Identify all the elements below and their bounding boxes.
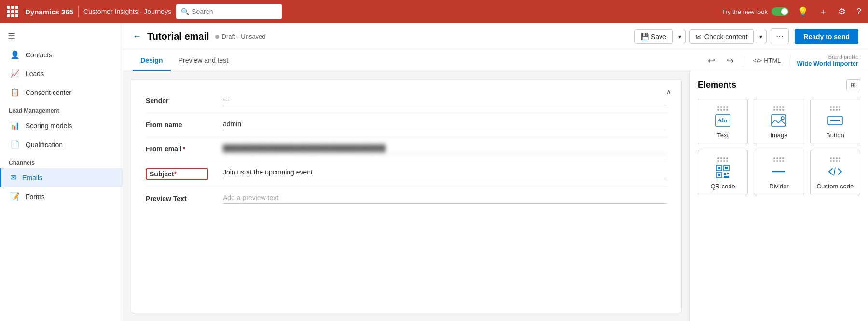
button-element-icon (815, 113, 855, 128)
undo-button[interactable]: ↩ (705, 54, 718, 68)
code-element-label: Custom code (817, 183, 854, 190)
settings-icon[interactable]: ⚙ (836, 4, 848, 19)
status-badge: Draft - Unsaved (215, 33, 266, 40)
element-card-qrcode[interactable]: QR code (698, 150, 748, 195)
form-row-sender: Sender --- ∧ (146, 89, 667, 113)
sidebar-item-emails[interactable]: ✉ Emails (0, 168, 123, 187)
search-wrapper: 🔍 (176, 4, 417, 19)
divider-element-icon (759, 164, 799, 179)
element-card-text[interactable]: Abc Text (698, 99, 748, 144)
sender-value[interactable]: --- (223, 96, 667, 106)
element-card-button[interactable]: Button (810, 99, 860, 144)
qualification-icon: 📄 (10, 140, 20, 149)
sidebar-item-leads[interactable]: 📈 Leads (0, 64, 123, 83)
app-title: Dynamics 365 (25, 8, 73, 16)
help-icon[interactable]: ? (854, 5, 863, 19)
scoring-icon: 📊 (10, 121, 20, 130)
text-element-label: Text (717, 132, 729, 139)
editor-area: Sender --- ∧ From name admin From email … (123, 71, 868, 321)
sidebar-item-qualification[interactable]: 📄 Qualification (0, 135, 123, 154)
sidebar-item-scoring[interactable]: 📊 Scoring models (0, 116, 123, 135)
leads-icon: 📈 (10, 69, 20, 78)
divider-dots (759, 157, 799, 162)
svg-rect-11 (718, 174, 720, 176)
element-card-customcode[interactable]: Custom code (810, 150, 860, 195)
sidebar-item-forms[interactable]: 📝 Forms (0, 187, 123, 206)
tab-divider (743, 55, 743, 67)
nav-divider (78, 6, 79, 17)
more-options-button[interactable]: ⋯ (771, 28, 789, 44)
page-title: Tutorial email (147, 31, 209, 42)
contacts-icon: 👤 (10, 50, 20, 59)
main-layout: ☰ 👤 Contacts 📈 Leads 📋 Consent center Le… (0, 23, 868, 321)
tabs-bar: Design Preview and test ↩ ↪ </> HTML Bra… (123, 50, 868, 71)
from-name-value[interactable]: admin (223, 120, 667, 130)
elements-grid: Abc Text (698, 99, 860, 195)
search-input[interactable] (176, 4, 282, 19)
lightbulb-icon[interactable]: 💡 (796, 4, 810, 19)
collapse-button[interactable]: ∧ (666, 87, 672, 96)
back-button[interactable]: ← (133, 31, 141, 41)
top-nav: Dynamics 365 Customer Insights - Journey… (0, 0, 868, 23)
search-icon: 🔍 (181, 8, 189, 15)
image-element-icon (759, 113, 799, 128)
sender-label: Sender (146, 96, 208, 105)
svg-rect-7 (718, 167, 720, 169)
preview-text-value[interactable]: Add a preview text (223, 194, 667, 204)
subject-label: Subject* (146, 168, 208, 180)
save-chevron-button[interactable]: ▾ (675, 30, 686, 43)
emails-icon: ✉ (10, 173, 16, 182)
new-look-toggle[interactable] (772, 7, 789, 16)
html-button[interactable]: </> HTML (749, 55, 785, 66)
subject-value[interactable]: Join us at the upcoming event (223, 168, 667, 178)
section-label-lead-management: Lead Management (0, 102, 123, 116)
svg-rect-9 (725, 167, 728, 169)
check-content-button[interactable]: ✉ Check content (689, 29, 754, 44)
from-name-label: From name (146, 120, 208, 129)
element-card-image[interactable]: Image (754, 99, 804, 144)
form-panel-inner: Sender --- ∧ From name admin From email … (131, 80, 681, 220)
from-email-label: From email (146, 144, 208, 153)
consent-icon: 📋 (10, 88, 20, 97)
tab-preview[interactable]: Preview and test (171, 51, 236, 71)
content-area: ← Tutorial email Draft - Unsaved 💾 Save … (123, 23, 868, 321)
image-dots (759, 106, 799, 111)
text-element-icon: Abc (703, 113, 743, 128)
from-email-value[interactable]: ██████████████████████████████████ (223, 144, 667, 154)
tab-divider-2 (791, 55, 791, 67)
waffle-menu[interactable] (5, 4, 20, 19)
app-name: Customer Insights - Journeys (83, 8, 171, 15)
form-row-from-name: From name admin (146, 113, 667, 137)
sidebar: ☰ 👤 Contacts 📈 Leads 📋 Consent center Le… (0, 23, 123, 321)
svg-text:Abc: Abc (717, 117, 729, 124)
header-bar: ← Tutorial email Draft - Unsaved 💾 Save … (123, 23, 868, 50)
try-new-look-label: Try the new look (722, 7, 789, 16)
image-element-label: Image (770, 132, 787, 139)
elements-title: Elements (698, 80, 736, 90)
ready-to-send-button[interactable]: Ready to send (795, 29, 858, 44)
add-icon[interactable]: ＋ (817, 4, 829, 19)
svg-rect-14 (724, 176, 729, 178)
elements-panel: Elements ⊞ Abc (689, 71, 868, 321)
tab-design[interactable]: Design (133, 51, 171, 71)
sidebar-item-consent[interactable]: 📋 Consent center (0, 83, 123, 102)
redo-button[interactable]: ↪ (724, 54, 737, 68)
element-card-divider[interactable]: Divider (754, 150, 804, 195)
divider-element-label: Divider (769, 183, 788, 190)
save-icon: 💾 (641, 33, 649, 40)
save-button[interactable]: 💾 Save (634, 29, 673, 44)
check-content-chevron-button[interactable]: ▾ (756, 30, 767, 43)
check-content-icon: ✉ (696, 33, 702, 40)
sidebar-hamburger[interactable]: ☰ (0, 27, 123, 45)
code-element-icon (815, 164, 855, 179)
html-icon: </> (753, 57, 762, 64)
form-row-subject: Subject* Join us at the upcoming event (146, 161, 667, 187)
text-dots (703, 106, 743, 111)
svg-rect-12 (724, 173, 726, 175)
elements-view-toggle[interactable]: ⊞ (846, 79, 860, 91)
forms-icon: 📝 (10, 192, 20, 201)
form-panel: Sender --- ∧ From name admin From email … (131, 79, 682, 313)
qr-dots (703, 157, 743, 162)
sidebar-item-contacts[interactable]: 👤 Contacts (0, 45, 123, 64)
form-row-preview-text: Preview Text Add a preview text (146, 187, 667, 211)
